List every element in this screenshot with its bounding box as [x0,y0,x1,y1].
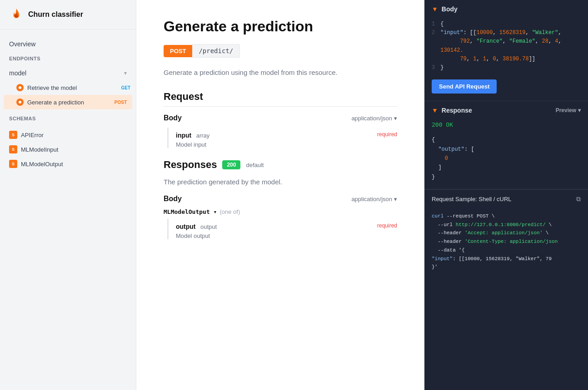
schema-label-mlmodelinput: MLModelInput [21,146,58,153]
schema-item-apierror[interactable]: S APIError [0,128,136,142]
responses-row: Responses 200 default [164,159,397,171]
response-description: The prediction generated by the model. [164,178,397,186]
retrieve-model-left: Retrieve the model [16,84,77,91]
field-block: input array required Model input [167,128,397,148]
output-field-left: output output [176,222,217,231]
app-title: Churn classifier [28,10,83,19]
sidebar-item-generate-prediction[interactable]: Generate a prediction POST [4,95,132,109]
description: Generate a prediction using the model fr… [164,69,397,76]
mlmodel-label: MLModelOutput ▾ [164,208,217,215]
output-field-block: output output required Model output [167,219,397,239]
page-title: Generate a prediction [164,18,397,35]
sidebar-item-retrieve-model[interactable]: Retrieve the model GET [0,80,136,95]
required-badge: required [377,131,397,138]
output-field-desc: Model output [176,232,397,239]
field-row-input: input array required [176,128,397,141]
chevron-down-icon-preview: ▾ [578,107,581,114]
field-row-output: output output required [176,219,397,232]
schema-item-mlmodeloutput[interactable]: S MLModelOutput [0,157,136,171]
panel-arrow-body: ▼ [432,5,438,13]
output-field-type: output [200,223,217,230]
body-code-block: 1 { 2 "input": [[10000, 15628319, "Walke… [424,18,588,79]
preview-label: Preview [556,107,576,114]
model-group: model ▾ Retrieve the model GET Generate … [0,66,136,109]
request-sample-label: Request Sample: Shell / cURL [432,196,512,202]
code-line-2: 2 "input": [[10000, 15628319, "Walker", … [432,29,581,64]
schema-label-apierror: APIError [21,132,44,138]
request-sample-header[interactable]: Request Sample: Shell / cURL ⧉ [424,189,588,208]
body-panel-header[interactable]: ▼ Body [424,0,588,18]
get-badge: GET [121,85,130,90]
code-line-3: 3 } [432,64,581,72]
field-description: Model input [176,141,397,148]
output-field-name: output [176,223,196,230]
schema-item-mlmodelinput[interactable]: S MLModelInput [0,142,136,157]
sidebar-header: Churn classifier [0,0,136,30]
endpoint-path: /predict/ [192,44,240,58]
method-badge: POST [164,45,192,57]
endpoint-dot-get [16,84,24,91]
response-panel-header: ▼ Response Preview ▾ [424,101,588,119]
main-content: Generate a prediction POST /predict/ Gen… [136,0,424,390]
model-group-label: model [9,69,26,77]
sidebar: Churn classifier Overview ENDPOINTS mode… [0,0,136,390]
model-group-header[interactable]: model ▾ [0,66,136,80]
curl-block: curl --request POST \ --url http://127.0… [424,208,588,279]
oneof-text: (one of) [219,208,240,215]
body-row: Body application/json ▾ [164,114,397,122]
sidebar-nav: Overview ENDPOINTS model ▾ Retrieve the … [0,30,136,182]
code-line-1: 1 { [432,20,581,29]
status-200-badge[interactable]: 200 [222,160,240,169]
post-badge: POST [115,100,127,105]
schema-icon-mlmodeloutput: S [9,160,17,168]
responses-section: Responses 200 default The prediction gen… [164,159,397,239]
response-panel-section: ▼ Response Preview ▾ 200 OK { "output": … [424,101,588,189]
content-type-selector[interactable]: application/json ▾ [351,115,397,122]
endpoint-tag: POST /predict/ [164,44,240,58]
generate-prediction-label: Generate a prediction [27,99,84,106]
response-body-row: Body application/json ▾ [164,195,397,203]
schemas-section: S APIError S MLModelInput S MLModelOutpu… [0,124,136,175]
chevron-down-icon-ct: ▾ [394,115,397,122]
chevron-down-icon-resp: ▾ [394,196,397,202]
mlmodel-row: MLModelOutput ▾ (one of) [164,208,397,215]
response-code-block: { "output": [ 0 ] } [424,132,588,189]
input-field-type: array [196,132,210,139]
body-label: Body [164,114,182,122]
send-api-request-button[interactable]: Send API Request [432,79,497,94]
response-body-label: Body [164,195,182,203]
input-field-name: input [176,132,191,139]
body-panel-label: Body [442,5,458,13]
response-panel-label: Response [442,107,472,114]
right-panel: ▼ Body 1 { 2 "input": [[10000, 15628319,… [424,0,588,390]
preview-button[interactable]: Preview ▾ [556,107,581,114]
schema-icon-apierror: S [9,131,17,139]
endpoints-label: ENDPOINTS [0,51,136,64]
schema-label-mlmodeloutput: MLModelOutput [21,161,63,168]
request-body-section: Body application/json ▾ input array requ… [164,114,397,148]
output-required-badge: required [377,222,397,229]
field-name-left: input array [176,131,209,139]
request-sample-section: Request Sample: Shell / cURL ⧉ curl --re… [424,189,588,279]
retrieve-model-label: Retrieve the model [27,84,77,91]
response-panel-left: ▼ Response [432,107,472,114]
responses-heading: Responses [164,159,217,171]
request-heading: Request [164,91,397,107]
body-panel-section: ▼ Body 1 { 2 "input": [[10000, 15628319,… [424,0,588,101]
flame-icon [9,7,24,22]
sidebar-overview[interactable]: Overview [0,37,136,51]
generate-prediction-left: Generate a prediction [16,99,84,106]
endpoint-dot-post [16,99,24,106]
schema-icon-mlmodelinput: S [9,145,17,153]
default-badge[interactable]: default [246,162,264,168]
copy-icon[interactable]: ⧉ [576,195,581,203]
chevron-down-icon: ▾ [124,70,127,76]
panel-arrow-response: ▼ [432,107,438,114]
status-ok-text: 200 OK [424,119,588,132]
schemas-label: SCHEMAS [0,111,136,124]
response-content-type[interactable]: application/json ▾ [351,196,397,202]
